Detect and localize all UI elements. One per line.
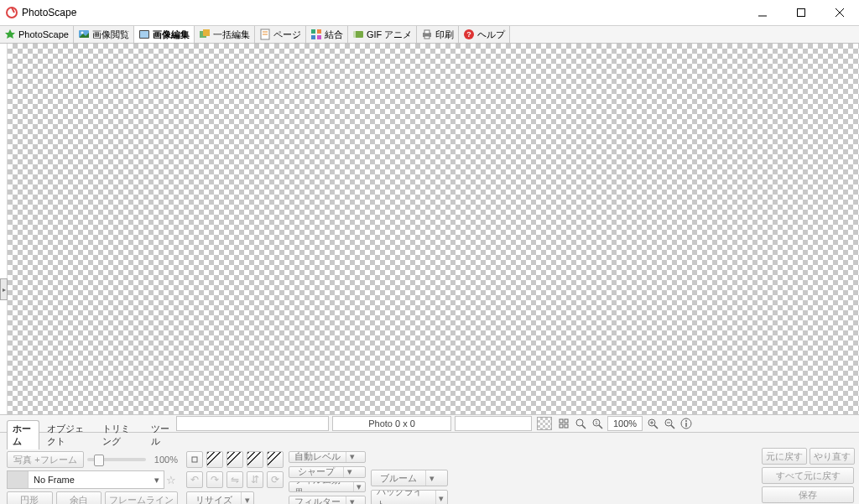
svg-rect-21 (424, 30, 430, 34)
rotate-right-icon[interactable]: ↷ (206, 471, 223, 488)
canvas[interactable] (8, 44, 859, 414)
svg-line-40 (671, 425, 674, 429)
rotate-left-icon[interactable]: ↶ (186, 471, 203, 488)
tab-print[interactable]: 印刷 (417, 26, 459, 43)
resize-button[interactable]: リサイズ ▾ (186, 491, 254, 504)
tab-label: ヘルプ (477, 29, 505, 41)
subtab-home[interactable]: ホーム (7, 420, 39, 449)
svg-point-6 (81, 32, 83, 34)
svg-rect-28 (565, 424, 568, 428)
backlight-button[interactable]: バックライト ▾ (371, 490, 448, 504)
svg-rect-22 (424, 36, 430, 39)
zoom-actual-icon[interactable]: 1 (590, 417, 605, 430)
panel-expand-handle[interactable]: ▸ (0, 278, 8, 300)
window-maximize-button[interactable] (782, 0, 820, 25)
sharpen-button[interactable]: シャープ ▾ (289, 466, 366, 478)
window-titlebar: PhotoScape (0, 0, 859, 26)
rotate-ccw-icon[interactable] (186, 451, 203, 468)
frame-opacity-slider[interactable] (87, 458, 146, 461)
window-buttons (743, 0, 859, 25)
bloom-button[interactable]: ブルーム ▾ (371, 470, 448, 486)
chevron-down-icon[interactable]: ▾ (353, 482, 365, 492)
pattern-3-icon[interactable] (247, 451, 263, 468)
svg-text:1: 1 (595, 420, 598, 425)
chevron-down-icon[interactable]: ▾ (346, 496, 358, 504)
round-button[interactable]: 円形 (7, 491, 53, 504)
bottom-panel: ホーム オブジェクト トリミング ツール 写真 +フレーム 100% No Fr… (0, 432, 859, 504)
thumbnail-scroll[interactable] (455, 416, 532, 431)
editor-subtabs: ホーム オブジェクト トリミング ツール (7, 434, 178, 449)
zoom-value[interactable]: 100% (607, 416, 643, 431)
chevron-down-icon[interactable]: ▾ (346, 452, 358, 462)
pattern-1-icon[interactable] (206, 451, 223, 468)
file-path-box[interactable] (176, 416, 329, 431)
auto-level-button[interactable]: 自動レベル ▾ (289, 451, 366, 463)
filter-button[interactable]: フィルター ▾ (289, 496, 366, 504)
svg-rect-16 (311, 35, 315, 39)
chevron-down-icon: ▾ (150, 475, 164, 486)
tab-help[interactable]: ? ヘルプ (459, 26, 510, 43)
help-icon: ? (463, 29, 475, 40)
svg-rect-19 (353, 31, 356, 38)
subtab-trimming[interactable]: トリミング (96, 420, 143, 449)
svg-line-37 (654, 425, 658, 429)
editor-icon (138, 29, 150, 40)
pattern-2-icon[interactable] (226, 451, 243, 468)
window-minimize-button[interactable] (743, 0, 782, 25)
svg-line-33 (599, 425, 602, 429)
tab-label: GIF アニメ (367, 29, 412, 41)
tab-page[interactable]: ページ (255, 26, 306, 43)
svg-point-42 (685, 420, 687, 422)
frameline-button[interactable]: フレームライン (105, 491, 178, 504)
frame-select[interactable]: No Frame ▾ (7, 470, 164, 489)
film-effect-button[interactable]: フィルム効果 ▾ (289, 481, 366, 493)
undo-all-button[interactable]: すべて元に戻す (762, 467, 854, 484)
save-button[interactable]: 保存 (762, 486, 854, 503)
chevron-down-icon[interactable]: ▾ (435, 491, 447, 504)
zoom-out-icon[interactable] (662, 417, 677, 430)
tab-batch[interactable]: 一括編集 (195, 26, 255, 43)
svg-rect-26 (565, 419, 568, 423)
svg-point-29 (576, 419, 583, 426)
tab-gif[interactable]: GIF アニメ (348, 26, 417, 43)
info-icon[interactable] (679, 417, 694, 430)
redo-button[interactable]: やり直す (810, 448, 855, 465)
margin-button[interactable]: 余白 (56, 491, 102, 504)
gif-icon (352, 29, 364, 40)
backlight-label: バックライト (372, 491, 435, 504)
tab-label: PhotoScape (18, 29, 69, 39)
zoom-in-icon[interactable] (645, 417, 660, 430)
chevron-down-icon[interactable]: ▾ (425, 470, 438, 486)
frame-name: No Frame (29, 475, 150, 485)
undo-button[interactable]: 元に戻す (762, 448, 807, 465)
tab-photoscape[interactable]: PhotoScape (0, 26, 74, 43)
print-icon (421, 29, 433, 40)
favorite-frame-icon[interactable]: ☆ (166, 474, 178, 486)
tab-editor[interactable]: 画像編集 (134, 26, 195, 43)
zoom-fit-icon[interactable] (573, 417, 588, 430)
app-icon (5, 6, 18, 19)
tab-viewer[interactable]: 画像閲覧 (74, 26, 134, 43)
sharpen-label: シャープ (289, 467, 343, 477)
subtab-object[interactable]: オブジェクト (41, 420, 95, 449)
free-rotate-icon[interactable]: ⟳ (267, 471, 284, 488)
svg-text:?: ? (467, 30, 472, 39)
window-close-button[interactable] (820, 0, 859, 25)
add-frame-button[interactable]: 写真 +フレーム (7, 451, 84, 468)
transparency-toggle-icon[interactable] (537, 417, 552, 430)
chevron-down-icon[interactable]: ▾ (343, 467, 356, 477)
tab-combine[interactable]: 結合 (306, 26, 348, 43)
film-label: フィルム効果 (289, 482, 353, 492)
svg-rect-25 (560, 419, 563, 423)
filter-label: フィルター (289, 496, 346, 504)
svg-rect-8 (140, 31, 148, 38)
combine-icon (310, 29, 322, 40)
window-title: PhotoScape (18, 7, 743, 18)
flip-h-icon[interactable]: ⇋ (226, 471, 243, 488)
fullscreen-icon[interactable] (556, 417, 571, 430)
chevron-down-icon[interactable]: ▾ (241, 492, 253, 504)
subtab-tools[interactable]: ツール (145, 420, 178, 449)
photoscape-icon (4, 29, 16, 40)
pattern-4-icon[interactable] (267, 451, 284, 468)
flip-v-icon[interactable]: ⇵ (247, 471, 263, 488)
